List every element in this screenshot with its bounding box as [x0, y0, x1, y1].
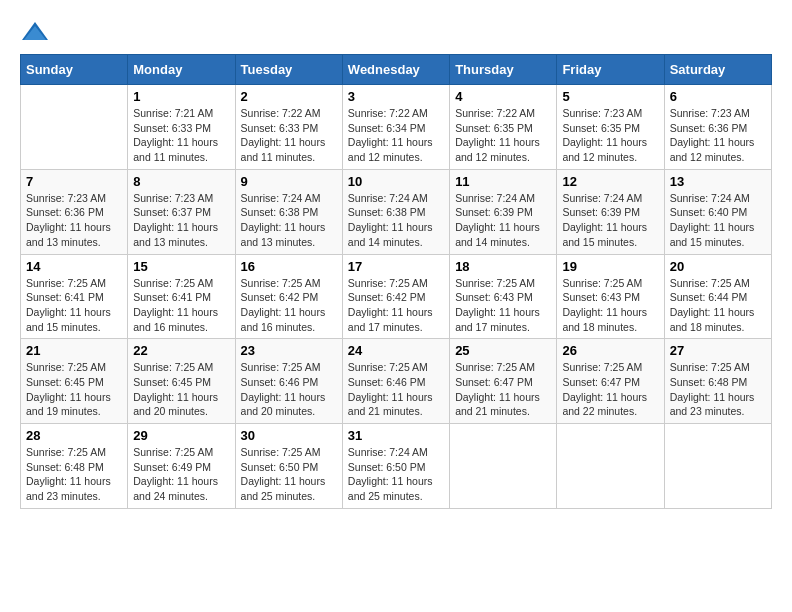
column-header-sunday: Sunday: [21, 55, 128, 85]
cell-info: Sunrise: 7:23 AMSunset: 6:36 PMDaylight:…: [26, 191, 122, 250]
date-number: 7: [26, 174, 122, 189]
date-number: 22: [133, 343, 229, 358]
calendar-cell: 20Sunrise: 7:25 AMSunset: 6:44 PMDayligh…: [664, 254, 771, 339]
date-number: 3: [348, 89, 444, 104]
calendar-cell: 16Sunrise: 7:25 AMSunset: 6:42 PMDayligh…: [235, 254, 342, 339]
calendar-cell: 1Sunrise: 7:21 AMSunset: 6:33 PMDaylight…: [128, 85, 235, 170]
cell-info: Sunrise: 7:25 AMSunset: 6:48 PMDaylight:…: [26, 445, 122, 504]
calendar-cell: 28Sunrise: 7:25 AMSunset: 6:48 PMDayligh…: [21, 424, 128, 509]
calendar-cell: 26Sunrise: 7:25 AMSunset: 6:47 PMDayligh…: [557, 339, 664, 424]
column-header-monday: Monday: [128, 55, 235, 85]
date-number: 4: [455, 89, 551, 104]
date-number: 8: [133, 174, 229, 189]
cell-info: Sunrise: 7:24 AMSunset: 6:39 PMDaylight:…: [562, 191, 658, 250]
date-number: 16: [241, 259, 337, 274]
cell-info: Sunrise: 7:25 AMSunset: 6:43 PMDaylight:…: [455, 276, 551, 335]
cell-info: Sunrise: 7:25 AMSunset: 6:41 PMDaylight:…: [26, 276, 122, 335]
calendar-cell: [557, 424, 664, 509]
calendar-cell: 8Sunrise: 7:23 AMSunset: 6:37 PMDaylight…: [128, 169, 235, 254]
calendar-table: SundayMondayTuesdayWednesdayThursdayFrid…: [20, 54, 772, 509]
date-number: 17: [348, 259, 444, 274]
calendar-cell: 24Sunrise: 7:25 AMSunset: 6:46 PMDayligh…: [342, 339, 449, 424]
calendar-cell: 3Sunrise: 7:22 AMSunset: 6:34 PMDaylight…: [342, 85, 449, 170]
calendar-cell: 25Sunrise: 7:25 AMSunset: 6:47 PMDayligh…: [450, 339, 557, 424]
cell-info: Sunrise: 7:25 AMSunset: 6:46 PMDaylight:…: [348, 360, 444, 419]
date-number: 9: [241, 174, 337, 189]
cell-info: Sunrise: 7:25 AMSunset: 6:49 PMDaylight:…: [133, 445, 229, 504]
calendar-header-row: SundayMondayTuesdayWednesdayThursdayFrid…: [21, 55, 772, 85]
date-number: 25: [455, 343, 551, 358]
calendar-cell: 13Sunrise: 7:24 AMSunset: 6:40 PMDayligh…: [664, 169, 771, 254]
column-header-wednesday: Wednesday: [342, 55, 449, 85]
calendar-cell: 22Sunrise: 7:25 AMSunset: 6:45 PMDayligh…: [128, 339, 235, 424]
date-number: 31: [348, 428, 444, 443]
date-number: 30: [241, 428, 337, 443]
date-number: 23: [241, 343, 337, 358]
cell-info: Sunrise: 7:25 AMSunset: 6:43 PMDaylight:…: [562, 276, 658, 335]
cell-info: Sunrise: 7:24 AMSunset: 6:38 PMDaylight:…: [241, 191, 337, 250]
cell-info: Sunrise: 7:23 AMSunset: 6:35 PMDaylight:…: [562, 106, 658, 165]
calendar-cell: 11Sunrise: 7:24 AMSunset: 6:39 PMDayligh…: [450, 169, 557, 254]
calendar-cell: 23Sunrise: 7:25 AMSunset: 6:46 PMDayligh…: [235, 339, 342, 424]
calendar-cell: [21, 85, 128, 170]
cell-info: Sunrise: 7:25 AMSunset: 6:45 PMDaylight:…: [26, 360, 122, 419]
cell-info: Sunrise: 7:22 AMSunset: 6:35 PMDaylight:…: [455, 106, 551, 165]
calendar-cell: 12Sunrise: 7:24 AMSunset: 6:39 PMDayligh…: [557, 169, 664, 254]
calendar-cell: 4Sunrise: 7:22 AMSunset: 6:35 PMDaylight…: [450, 85, 557, 170]
calendar-cell: 14Sunrise: 7:25 AMSunset: 6:41 PMDayligh…: [21, 254, 128, 339]
date-number: 24: [348, 343, 444, 358]
calendar-cell: 27Sunrise: 7:25 AMSunset: 6:48 PMDayligh…: [664, 339, 771, 424]
logo: [20, 20, 54, 44]
date-number: 12: [562, 174, 658, 189]
calendar-cell: 18Sunrise: 7:25 AMSunset: 6:43 PMDayligh…: [450, 254, 557, 339]
column-header-saturday: Saturday: [664, 55, 771, 85]
cell-info: Sunrise: 7:24 AMSunset: 6:38 PMDaylight:…: [348, 191, 444, 250]
calendar-week-3: 14Sunrise: 7:25 AMSunset: 6:41 PMDayligh…: [21, 254, 772, 339]
cell-info: Sunrise: 7:24 AMSunset: 6:39 PMDaylight:…: [455, 191, 551, 250]
calendar-week-2: 7Sunrise: 7:23 AMSunset: 6:36 PMDaylight…: [21, 169, 772, 254]
cell-info: Sunrise: 7:25 AMSunset: 6:41 PMDaylight:…: [133, 276, 229, 335]
cell-info: Sunrise: 7:25 AMSunset: 6:45 PMDaylight:…: [133, 360, 229, 419]
calendar-week-1: 1Sunrise: 7:21 AMSunset: 6:33 PMDaylight…: [21, 85, 772, 170]
date-number: 1: [133, 89, 229, 104]
calendar-cell: 2Sunrise: 7:22 AMSunset: 6:33 PMDaylight…: [235, 85, 342, 170]
calendar-cell: 7Sunrise: 7:23 AMSunset: 6:36 PMDaylight…: [21, 169, 128, 254]
calendar-cell: 29Sunrise: 7:25 AMSunset: 6:49 PMDayligh…: [128, 424, 235, 509]
cell-info: Sunrise: 7:25 AMSunset: 6:46 PMDaylight:…: [241, 360, 337, 419]
calendar-week-5: 28Sunrise: 7:25 AMSunset: 6:48 PMDayligh…: [21, 424, 772, 509]
logo-icon: [20, 20, 50, 44]
calendar-cell: 17Sunrise: 7:25 AMSunset: 6:42 PMDayligh…: [342, 254, 449, 339]
calendar-week-4: 21Sunrise: 7:25 AMSunset: 6:45 PMDayligh…: [21, 339, 772, 424]
cell-info: Sunrise: 7:25 AMSunset: 6:48 PMDaylight:…: [670, 360, 766, 419]
cell-info: Sunrise: 7:22 AMSunset: 6:34 PMDaylight:…: [348, 106, 444, 165]
cell-info: Sunrise: 7:25 AMSunset: 6:42 PMDaylight:…: [241, 276, 337, 335]
cell-info: Sunrise: 7:25 AMSunset: 6:44 PMDaylight:…: [670, 276, 766, 335]
cell-info: Sunrise: 7:25 AMSunset: 6:42 PMDaylight:…: [348, 276, 444, 335]
calendar-cell: [450, 424, 557, 509]
cell-info: Sunrise: 7:21 AMSunset: 6:33 PMDaylight:…: [133, 106, 229, 165]
cell-info: Sunrise: 7:23 AMSunset: 6:37 PMDaylight:…: [133, 191, 229, 250]
calendar-body: 1Sunrise: 7:21 AMSunset: 6:33 PMDaylight…: [21, 85, 772, 509]
calendar-cell: 9Sunrise: 7:24 AMSunset: 6:38 PMDaylight…: [235, 169, 342, 254]
column-header-friday: Friday: [557, 55, 664, 85]
date-number: 11: [455, 174, 551, 189]
date-number: 5: [562, 89, 658, 104]
calendar-cell: 19Sunrise: 7:25 AMSunset: 6:43 PMDayligh…: [557, 254, 664, 339]
calendar-cell: 21Sunrise: 7:25 AMSunset: 6:45 PMDayligh…: [21, 339, 128, 424]
date-number: 18: [455, 259, 551, 274]
date-number: 14: [26, 259, 122, 274]
cell-info: Sunrise: 7:23 AMSunset: 6:36 PMDaylight:…: [670, 106, 766, 165]
date-number: 20: [670, 259, 766, 274]
date-number: 27: [670, 343, 766, 358]
cell-info: Sunrise: 7:25 AMSunset: 6:47 PMDaylight:…: [455, 360, 551, 419]
column-header-tuesday: Tuesday: [235, 55, 342, 85]
cell-info: Sunrise: 7:25 AMSunset: 6:50 PMDaylight:…: [241, 445, 337, 504]
calendar-cell: 30Sunrise: 7:25 AMSunset: 6:50 PMDayligh…: [235, 424, 342, 509]
column-header-thursday: Thursday: [450, 55, 557, 85]
date-number: 15: [133, 259, 229, 274]
calendar-cell: 6Sunrise: 7:23 AMSunset: 6:36 PMDaylight…: [664, 85, 771, 170]
date-number: 29: [133, 428, 229, 443]
date-number: 21: [26, 343, 122, 358]
calendar-cell: 15Sunrise: 7:25 AMSunset: 6:41 PMDayligh…: [128, 254, 235, 339]
cell-info: Sunrise: 7:24 AMSunset: 6:40 PMDaylight:…: [670, 191, 766, 250]
